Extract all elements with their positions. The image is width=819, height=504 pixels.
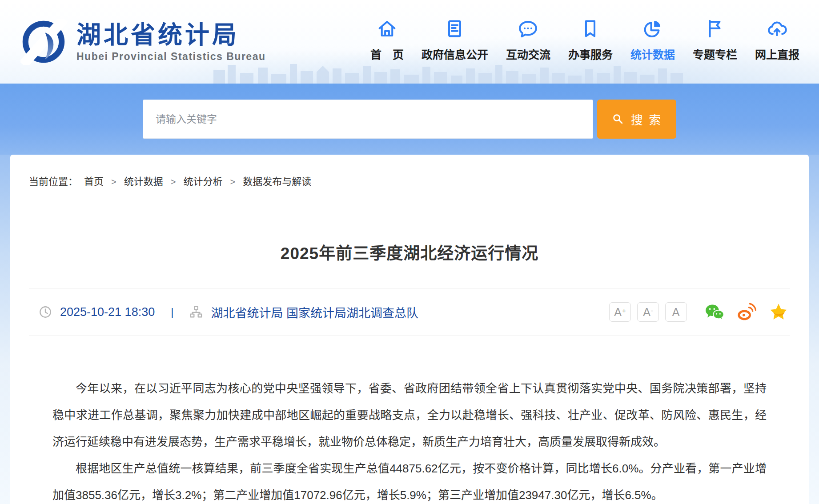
font-button-label: A (672, 307, 680, 318)
site-subtitle: Hubei Provincial Statistics Bureau (76, 51, 266, 63)
nav-item-label: 统计数据 (630, 46, 675, 62)
breadcrumb: 当前位置： 首页 > 统计数据 > 统计分析 > 数据发布与解读 (10, 175, 809, 188)
breadcrumb-separator: > (171, 175, 176, 188)
qzone-icon (769, 302, 788, 322)
search-icon (611, 112, 625, 126)
font-button-label: A (643, 307, 650, 318)
search-button-label: 搜 索 (631, 111, 662, 128)
article-title: 2025年前三季度湖北经济运行情况 (29, 242, 790, 266)
breadcrumb-item-data-release[interactable]: 数据发布与解读 (243, 175, 311, 188)
document-icon (444, 18, 465, 39)
publish-date: 2025-10-21 18:30 (60, 305, 155, 319)
font-reset-button[interactable]: A (665, 302, 687, 322)
site-logo[interactable]: 湖北省统计局 Hubei Provincial Statistics Burea… (20, 19, 266, 65)
article-source: 湖北省统计局 国家统计局湖北调查总队 (211, 304, 418, 321)
wechat-share-button[interactable] (705, 302, 724, 322)
nav-item-label: 专题专栏 (693, 46, 737, 62)
nav-item-interaction[interactable]: 互动交流 (506, 18, 550, 62)
main-navigation: 首 页 政府信息公开 互动交流 办事服务 (370, 18, 799, 65)
wechat-icon (705, 302, 724, 322)
source-sitemap-icon (189, 305, 203, 319)
search-band: 搜 索 (0, 84, 819, 155)
font-button-modifier: - (651, 307, 653, 314)
breadcrumb-separator: > (230, 175, 235, 188)
article-paragraph: 今年以来，在以习近平同志为核心的党中央坚强领导下，省委、省政府团结带领全省上下认… (52, 375, 767, 455)
nav-item-label: 互动交流 (506, 46, 550, 62)
site-header: 湖北省统计局 Hubei Provincial Statistics Burea… (0, 0, 819, 84)
font-increase-button[interactable]: A+ (609, 302, 631, 322)
nav-item-special-topics[interactable]: 专题专栏 (693, 18, 737, 62)
qzone-share-button[interactable] (769, 302, 788, 322)
weibo-icon (737, 302, 756, 322)
nav-item-gov-info[interactable]: 政府信息公开 (422, 18, 488, 62)
nav-item-home[interactable]: 首 页 (370, 18, 404, 62)
breadcrumb-item-statistics-data[interactable]: 统计数据 (124, 175, 163, 188)
search-input[interactable] (143, 100, 593, 139)
nav-item-online-report[interactable]: 网上直报 (755, 18, 799, 62)
clock-icon (39, 305, 52, 319)
search-box: 搜 索 (143, 100, 676, 139)
nav-item-label: 网上直报 (755, 46, 799, 62)
font-button-modifier: + (622, 307, 626, 314)
nav-item-label: 政府信息公开 (422, 46, 488, 62)
article-body: 今年以来，在以习近平同志为核心的党中央坚强领导下，省委、省政府团结带领全省上下认… (10, 336, 809, 504)
home-icon (377, 18, 397, 39)
flag-icon (704, 18, 725, 39)
nav-item-label: 首 页 (370, 46, 404, 62)
font-decrease-button[interactable]: A- (637, 302, 659, 322)
article-meta-right: A+ A- A (609, 302, 790, 322)
bookmark-icon (580, 18, 601, 39)
content-card: 当前位置： 首页 > 统计数据 > 统计分析 > 数据发布与解读 2025年前三… (10, 155, 809, 504)
nav-item-label: 办事服务 (568, 46, 613, 62)
page-background: 当前位置： 首页 > 统计数据 > 统计分析 > 数据发布与解读 2025年前三… (0, 155, 819, 504)
breadcrumb-item-statistical-analysis[interactable]: 统计分析 (183, 175, 222, 188)
article-meta-left: 2025-10-21 18:30 | 湖北省统计局 国家统计局湖北调查总队 (29, 304, 418, 321)
font-button-label: A (614, 307, 622, 318)
cloud-upload-icon (767, 18, 787, 39)
breadcrumb-separator: > (111, 175, 116, 188)
article-meta-bar: 2025-10-21 18:30 | 湖北省统计局 国家统计局湖北调查总队 A+… (29, 288, 790, 336)
nav-item-services[interactable]: 办事服务 (568, 18, 613, 62)
meta-separator: | (171, 306, 173, 318)
breadcrumb-item-home[interactable]: 首页 (84, 175, 104, 188)
share-group (705, 302, 788, 322)
chat-icon (518, 18, 538, 39)
breadcrumb-label: 当前位置： (29, 175, 78, 188)
logo-text: 湖北省统计局 Hubei Provincial Statistics Burea… (76, 21, 266, 63)
article-paragraph: 根据地区生产总值统一核算结果，前三季度全省实现生产总值44875.62亿元，按不… (52, 455, 767, 504)
search-button[interactable]: 搜 索 (597, 100, 676, 139)
nav-item-statistics-data[interactable]: 统计数据 (630, 18, 675, 62)
weibo-share-button[interactable] (737, 302, 756, 322)
site-title: 湖北省统计局 (76, 21, 266, 49)
pie-chart-icon (642, 18, 663, 39)
bureau-logo-icon (20, 19, 67, 65)
